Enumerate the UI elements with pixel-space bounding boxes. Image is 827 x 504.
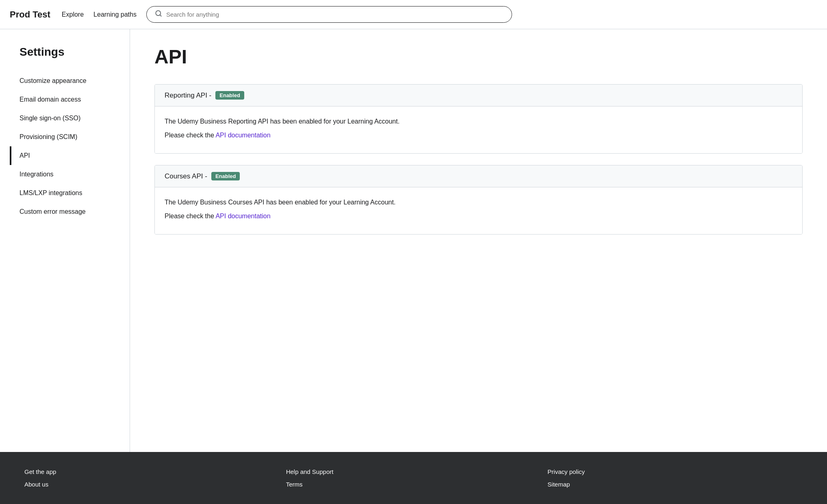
reporting-api-header: Reporting API - Enabled (155, 85, 802, 106)
content-area: API Reporting API - Enabled The Udemy Bu… (130, 29, 827, 452)
logo[interactable]: Prod Test (10, 9, 50, 20)
courses-api-doc-link[interactable]: API documentation (215, 213, 270, 219)
search-input[interactable] (166, 11, 504, 18)
reporting-api-prefix: Please check the (165, 132, 215, 139)
footer-grid: Get the app About us Help and Support Te… (24, 468, 803, 488)
sidebar-item-custom-error[interactable]: Custom error message (20, 202, 120, 221)
search-icon (155, 10, 162, 19)
reporting-api-body-line2: Please check the API documentation (165, 130, 792, 141)
courses-api-body: The Udemy Business Courses API has been … (155, 187, 802, 234)
reporting-api-card: Reporting API - Enabled The Udemy Busine… (154, 84, 803, 154)
sidebar-item-email-domain-access[interactable]: Email domain access (20, 90, 120, 109)
main-layout: Settings Customize appearance Email doma… (0, 29, 827, 452)
courses-api-body-line2: Please check the API documentation (165, 211, 792, 222)
footer-link-about-us[interactable]: About us (24, 481, 280, 488)
courses-api-prefix: Please check the (165, 213, 215, 219)
sidebar-nav: Customize appearance Email domain access… (20, 72, 120, 221)
footer-col-1: Get the app About us (24, 468, 280, 488)
reporting-api-doc-link[interactable]: API documentation (215, 132, 270, 139)
sidebar-item-customize-appearance[interactable]: Customize appearance (20, 72, 120, 90)
sidebar-item-lms-lxp[interactable]: LMS/LXP integrations (20, 184, 120, 202)
footer-col-3: Privacy policy Sitemap (547, 468, 803, 488)
sidebar-title: Settings (20, 46, 120, 59)
reporting-api-header-text: Reporting API - (165, 91, 211, 100)
courses-api-badge: Enabled (211, 172, 240, 180)
courses-api-header: Courses API - Enabled (155, 165, 802, 187)
sidebar-item-api[interactable]: API (20, 146, 120, 165)
reporting-api-badge: Enabled (215, 91, 244, 100)
courses-api-card: Courses API - Enabled The Udemy Business… (154, 165, 803, 235)
footer: Get the app About us Help and Support Te… (0, 452, 827, 504)
footer-col-2: Help and Support Terms (286, 468, 541, 488)
footer-link-terms[interactable]: Terms (286, 481, 541, 488)
search-bar (146, 6, 512, 23)
sidebar-item-integrations[interactable]: Integrations (20, 165, 120, 184)
footer-link-help-support[interactable]: Help and Support (286, 468, 541, 475)
sidebar-item-provisioning[interactable]: Provisioning (SCIM) (20, 128, 120, 146)
footer-link-privacy-policy[interactable]: Privacy policy (547, 468, 803, 475)
footer-link-sitemap[interactable]: Sitemap (547, 481, 803, 488)
svg-line-1 (160, 15, 161, 16)
sidebar: Settings Customize appearance Email doma… (0, 29, 130, 452)
nav-explore[interactable]: Explore (62, 11, 84, 18)
sidebar-item-sso[interactable]: Single sign-on (SSO) (20, 109, 120, 128)
courses-api-body-line1: The Udemy Business Courses API has been … (165, 197, 792, 208)
page-title: API (154, 46, 803, 68)
header: Prod Test Explore Learning paths (0, 0, 827, 29)
reporting-api-body-line1: The Udemy Business Reporting API has bee… (165, 116, 792, 127)
header-nav: Explore Learning paths (62, 11, 137, 18)
reporting-api-body: The Udemy Business Reporting API has bee… (155, 106, 802, 153)
courses-api-header-text: Courses API - (165, 172, 207, 180)
footer-link-get-the-app[interactable]: Get the app (24, 468, 280, 475)
nav-learning-paths[interactable]: Learning paths (93, 11, 137, 18)
